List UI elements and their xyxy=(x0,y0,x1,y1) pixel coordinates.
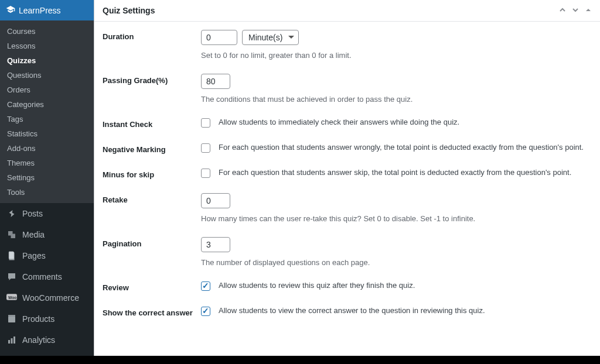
menu-label: Products xyxy=(22,314,54,324)
submenu-quizzes[interactable]: Quizzes xyxy=(0,53,94,68)
svg-rect-4 xyxy=(8,315,15,316)
graduation-cap-icon xyxy=(6,5,15,16)
label-instant-check: Instant Check xyxy=(103,118,201,129)
page-icon xyxy=(6,250,18,262)
menu-pages[interactable]: Pages xyxy=(0,245,94,266)
label-pagination: Pagination xyxy=(103,237,201,248)
submenu-addons[interactable]: Add-ons xyxy=(0,141,94,156)
products-icon xyxy=(6,313,18,325)
label-negative-marking: Negative Marking xyxy=(103,143,201,154)
menu-analytics[interactable]: Analytics xyxy=(0,329,94,351)
menu-label: Comments xyxy=(22,272,62,281)
learnpress-submenu: Courses Lessons Quizzes Questions Orders… xyxy=(0,20,94,203)
negative-marking-checkbox[interactable] xyxy=(201,143,210,153)
menu-comments[interactable]: Comments xyxy=(0,266,94,287)
field-retake: Retake How many times can the user re-ta… xyxy=(103,193,592,223)
review-checkbox[interactable] xyxy=(201,281,210,291)
brand-label: LearnPress xyxy=(19,6,61,15)
submenu-statistics[interactable]: Statistics xyxy=(0,126,94,141)
help-pagination: The number of displayed questions on eac… xyxy=(201,258,592,267)
menu-products[interactable]: Products xyxy=(0,308,94,329)
submenu-lessons[interactable]: Lessons xyxy=(0,39,94,53)
instant-check-text: Allow students to immediately check thei… xyxy=(219,118,592,126)
duration-input[interactable] xyxy=(201,30,237,45)
label-retake: Retake xyxy=(103,193,201,204)
field-show-correct: Show the correct answer Allow students t… xyxy=(103,306,592,317)
svg-rect-3 xyxy=(8,317,15,323)
admin-main-menu: Posts Media Pages Comments Woo WooCommer… xyxy=(0,203,94,364)
panel-move-down-icon[interactable] xyxy=(572,6,579,15)
panel-title: Quiz Settings xyxy=(103,6,155,15)
field-instant-check: Instant Check Allow students to immediat… xyxy=(103,118,592,129)
quiz-settings-form: Duration Minute(s) Set to 0 for no limit… xyxy=(94,22,600,339)
brand-learnpress[interactable]: LearnPress xyxy=(0,0,94,20)
field-duration: Duration Minute(s) Set to 0 for no limit… xyxy=(103,30,592,60)
menu-label: Analytics xyxy=(22,335,55,345)
panel-toggle-icon[interactable] xyxy=(585,6,592,15)
instant-check-checkbox[interactable] xyxy=(201,118,210,128)
svg-rect-5 xyxy=(8,340,10,344)
retake-input[interactable] xyxy=(201,193,230,208)
label-review: Review xyxy=(103,281,201,292)
help-retake: How many times can the user re-take this… xyxy=(201,214,592,223)
field-negative-marking: Negative Marking For each question that … xyxy=(103,143,592,154)
pagination-input[interactable] xyxy=(201,237,230,252)
menu-label: Posts xyxy=(22,209,43,218)
panel-move-up-icon[interactable] xyxy=(559,6,566,15)
passing-grade-input[interactable] xyxy=(201,74,230,89)
field-minus-for-skip: Minus for skip For each question that st… xyxy=(103,168,592,179)
content-area: Quiz Settings Duration Minute(s) Set to … xyxy=(94,0,600,364)
svg-rect-6 xyxy=(11,338,13,344)
help-passing-grade: The conditions that must be achieved in … xyxy=(201,95,592,104)
woo-icon: Woo xyxy=(6,292,18,304)
field-pagination: Pagination The number of displayed quest… xyxy=(103,237,592,267)
submenu-questions[interactable]: Questions xyxy=(0,68,94,83)
submenu-courses[interactable]: Courses xyxy=(0,24,94,39)
submenu-categories[interactable]: Categories xyxy=(0,97,94,112)
media-icon xyxy=(6,229,18,241)
svg-text:Woo: Woo xyxy=(8,296,17,300)
duration-unit-select[interactable]: Minute(s) xyxy=(242,30,299,45)
pin-icon xyxy=(6,208,18,219)
submenu-settings[interactable]: Settings xyxy=(0,170,94,185)
show-correct-text: Allow students to view the correct answe… xyxy=(219,306,592,315)
minus-for-skip-checkbox[interactable] xyxy=(201,169,210,178)
submenu-themes[interactable]: Themes xyxy=(0,156,94,170)
label-passing-grade: Passing Grade(%) xyxy=(103,74,201,85)
menu-posts[interactable]: Posts xyxy=(0,203,94,224)
submenu-orders[interactable]: Orders xyxy=(0,83,94,97)
bottom-strip xyxy=(0,356,600,364)
menu-label: Media xyxy=(22,230,45,239)
svg-rect-0 xyxy=(9,252,14,259)
label-duration: Duration xyxy=(103,30,201,41)
review-text: Allow students to review this quiz after… xyxy=(219,281,592,290)
field-passing-grade: Passing Grade(%) The conditions that mus… xyxy=(103,74,592,104)
comment-icon xyxy=(6,271,18,283)
label-minus-for-skip: Minus for skip xyxy=(103,168,201,179)
admin-sidebar: LearnPress Courses Lessons Quizzes Quest… xyxy=(0,0,94,364)
menu-label: Pages xyxy=(22,251,46,260)
menu-label: WooCommerce xyxy=(22,293,79,303)
help-duration: Set to 0 for no limit, greater than 0 fo… xyxy=(201,51,592,60)
negative-marking-text: For each question that students answer w… xyxy=(219,143,592,152)
panel-controls xyxy=(559,6,592,15)
submenu-tools[interactable]: Tools xyxy=(0,185,94,200)
menu-woocommerce[interactable]: Woo WooCommerce xyxy=(0,287,94,308)
show-correct-checkbox[interactable] xyxy=(201,307,210,316)
minus-for-skip-text: For each question that students answer s… xyxy=(219,168,592,177)
svg-rect-7 xyxy=(13,336,15,344)
analytics-icon xyxy=(6,334,18,346)
menu-media[interactable]: Media xyxy=(0,224,94,245)
label-show-correct: Show the correct answer xyxy=(103,306,201,317)
field-review: Review Allow students to review this qui… xyxy=(103,281,592,292)
submenu-tags[interactable]: Tags xyxy=(0,112,94,126)
panel-header: Quiz Settings xyxy=(94,0,600,22)
